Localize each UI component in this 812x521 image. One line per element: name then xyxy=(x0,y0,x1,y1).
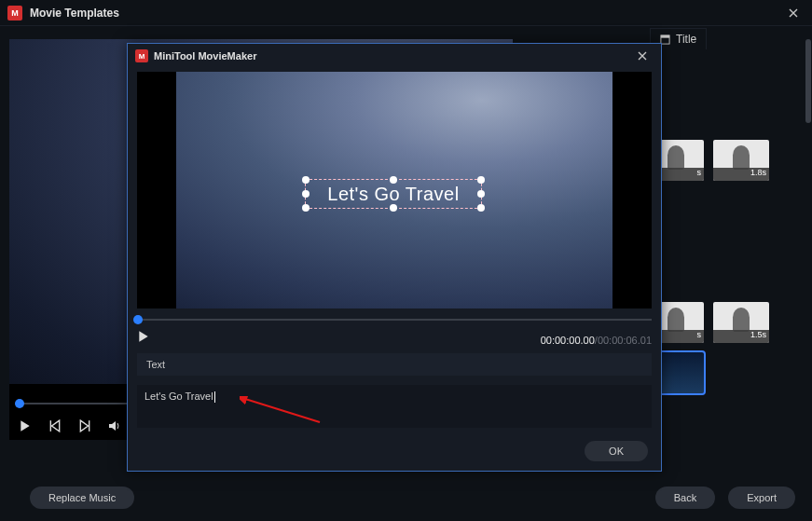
close-icon[interactable] xyxy=(782,2,805,24)
text-tab-label: Text xyxy=(146,359,165,370)
dialog-footer: OK xyxy=(128,428,661,471)
svg-line-4 xyxy=(245,399,320,422)
resize-handle[interactable] xyxy=(390,176,397,184)
template-thumb[interactable]: 1.8s xyxy=(713,140,769,181)
dialog-titlebar: M MiniTool MovieMaker xyxy=(128,44,661,68)
thumbnail-grid: s 1.8s s 1.5s xyxy=(648,140,806,393)
main-titlebar: M Movie Templates xyxy=(0,0,812,26)
resize-handle[interactable] xyxy=(390,204,397,212)
thumb-duration: 1.8s xyxy=(713,168,769,181)
dialog-app-icon: M xyxy=(135,49,148,62)
dialog-preview: Let's Go Travel xyxy=(137,72,652,308)
timecode-total: /00:00:06.01 xyxy=(595,335,652,346)
footer: Replace Music Back Export xyxy=(0,474,812,521)
resize-handle[interactable] xyxy=(302,176,310,184)
volume-icon[interactable] xyxy=(108,419,121,432)
dialog-play-icon[interactable] xyxy=(137,330,150,346)
svg-rect-3 xyxy=(661,34,669,37)
app-icon: M xyxy=(7,6,22,21)
tab-title-label: Title xyxy=(676,33,696,46)
dialog-timecode: 00:00:00.00/00:00:06.01 xyxy=(541,335,652,346)
prev-frame-icon[interactable] xyxy=(48,419,62,432)
scrollbar[interactable] xyxy=(805,39,812,418)
bg-playback-controls xyxy=(19,419,121,432)
back-button[interactable]: Back xyxy=(655,487,715,509)
resize-handle[interactable] xyxy=(477,204,485,212)
text-input-value: Let's Go Travel xyxy=(145,391,213,402)
play-icon[interactable] xyxy=(19,419,32,432)
resize-handle[interactable] xyxy=(477,176,485,184)
text-caret xyxy=(214,391,215,403)
dialog-text-tab[interactable]: Text xyxy=(137,353,652,376)
dialog-playhead[interactable] xyxy=(133,315,143,324)
resize-handle[interactable] xyxy=(302,204,310,212)
template-thumb[interactable]: 1.5s xyxy=(713,302,769,343)
dialog-timeline[interactable]: 00:00:00.00/00:00:06.01 xyxy=(137,314,652,336)
scrollbar-thumb[interactable] xyxy=(805,39,811,123)
overlay-text: Let's Go Travel xyxy=(327,184,459,205)
window-title: Movie Templates xyxy=(30,7,119,20)
overlay-textbox[interactable]: Let's Go Travel xyxy=(305,179,482,209)
resize-handle[interactable] xyxy=(302,190,310,198)
dialog-title: MiniTool MovieMaker xyxy=(154,50,256,62)
ok-button[interactable]: OK xyxy=(585,441,648,461)
annotation-arrow xyxy=(240,396,323,424)
timecode-current: 00:00:00.00 xyxy=(541,335,595,346)
bg-playhead[interactable] xyxy=(15,399,24,408)
replace-music-button[interactable]: Replace Music xyxy=(30,487,134,509)
thumb-duration: 1.5s xyxy=(713,330,769,343)
next-frame-icon[interactable] xyxy=(78,419,91,432)
text-input[interactable]: Let's Go Travel xyxy=(137,385,652,428)
text-editor-dialog: M MiniTool MovieMaker Let's Go Travel 00… xyxy=(127,43,662,472)
resize-handle[interactable] xyxy=(477,190,485,198)
export-button[interactable]: Export xyxy=(728,487,795,509)
dialog-close-icon[interactable] xyxy=(631,45,654,67)
